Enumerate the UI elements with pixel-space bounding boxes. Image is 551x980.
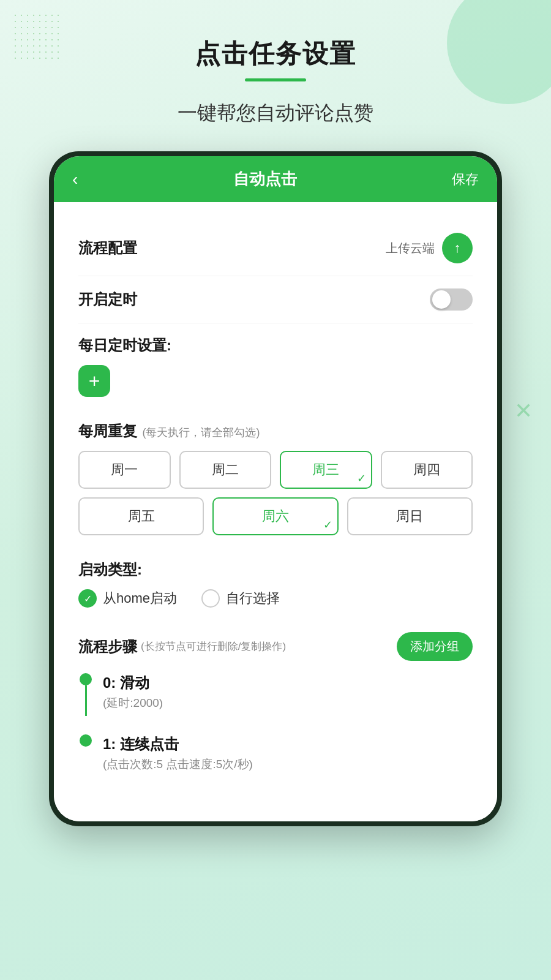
weekday-wed[interactable]: 周三 ✓: [280, 451, 372, 489]
step-1-desc: (点击次数:5 点击速度:5次/秒): [103, 756, 473, 772]
launch-type-options: 从home启动 自行选择: [78, 589, 473, 608]
timer-row: 开启定时: [78, 276, 473, 323]
header-title: 自动点击: [233, 168, 297, 190]
weekday-sat[interactable]: 周六 ✓: [212, 497, 338, 535]
upload-icon: ↑: [454, 240, 461, 256]
weekday-mon[interactable]: 周一: [78, 451, 171, 489]
step-1: 1: 连续点击 (点击次数:5 点击速度:5次/秒): [78, 734, 473, 772]
back-button[interactable]: ‹: [72, 170, 78, 189]
weekday-sun[interactable]: 周日: [347, 497, 473, 535]
daily-schedule-label: 每日定时设置:: [78, 336, 473, 355]
step-1-dot: [80, 734, 92, 747]
upload-button[interactable]: ↑: [442, 233, 473, 263]
app-content: 流程配置 上传云端 ↑ 开启定时 每日定时设置: +: [54, 202, 497, 821]
step-0-name: 0: 滑动: [103, 673, 473, 693]
phone-mockup: ‹ 自动点击 保存 流程配置 上传云端 ↑ 开启定时: [49, 151, 502, 826]
weekday-thu[interactable]: 周四: [381, 451, 473, 489]
launch-custom-label: 自行选择: [226, 589, 280, 608]
timer-toggle[interactable]: [430, 288, 473, 311]
launch-type-section: 启动类型: 从home启动 自行选择: [78, 548, 473, 620]
timer-label: 开启定时: [78, 290, 137, 309]
step-1-name: 1: 连续点击: [103, 734, 473, 754]
process-config-right: 上传云端 ↑: [386, 233, 473, 263]
process-config-label: 流程配置: [78, 238, 137, 258]
steps-label: 流程步骤: [78, 637, 137, 657]
weekly-header: 每周重复 (每天执行，请全部勾选): [78, 421, 473, 441]
daily-schedule-section: 每日定时设置: +: [78, 323, 473, 409]
weekly-sublabel: (每天执行，请全部勾选): [142, 426, 260, 439]
plus-icon: +: [89, 371, 100, 391]
process-config-row: 流程配置 上传云端 ↑: [78, 221, 473, 276]
weekdays-row1: 周一 周二 周三 ✓ 周四: [78, 451, 473, 489]
weekly-repeat-section: 每周重复 (每天执行，请全部勾选) 周一 周二 周三 ✓: [78, 409, 473, 548]
steps-sublabel: (长按节点可进行删除/复制操作): [141, 639, 286, 654]
decorative-x: ✕: [514, 398, 533, 424]
save-button[interactable]: 保存: [452, 170, 479, 189]
weekly-label: 每周重复: [78, 423, 137, 439]
step-1-content: 1: 连续点击 (点击次数:5 点击速度:5次/秒): [103, 734, 473, 772]
sat-check: ✓: [323, 518, 332, 532]
step-0-content: 0: 滑动 (延时:2000): [103, 673, 473, 716]
page-subtitle: 一键帮您自动评论点赞: [0, 100, 551, 127]
step-1-connector: [78, 734, 93, 772]
launch-home-radio[interactable]: [78, 589, 97, 608]
decorative-dots: [12, 12, 73, 74]
add-group-button[interactable]: 添加分组: [397, 632, 473, 661]
step-0-line: [85, 685, 87, 716]
app-header: ‹ 自动点击 保存: [54, 156, 497, 202]
title-underline: [245, 78, 306, 81]
launch-type-label: 启动类型:: [78, 560, 473, 579]
phone-inner: ‹ 自动点击 保存 流程配置 上传云端 ↑ 开启定时: [54, 156, 497, 821]
upload-text: 上传云端: [386, 240, 435, 257]
weekdays-row2: 周五 周六 ✓ 周日: [78, 497, 473, 535]
process-steps-section: 流程步骤 (长按节点可进行删除/复制操作) 添加分组 0: 滑动 (延时:200…: [78, 620, 473, 803]
step-0-desc: (延时:2000): [103, 695, 473, 711]
launch-custom-radio[interactable]: [201, 589, 220, 608]
wed-check: ✓: [357, 472, 366, 485]
decorative-circle: [447, 0, 551, 104]
step-0-connector: [78, 673, 93, 716]
weekday-fri[interactable]: 周五: [78, 497, 204, 535]
launch-custom-option[interactable]: 自行选择: [201, 589, 280, 608]
weekday-tue[interactable]: 周二: [179, 451, 272, 489]
steps-header: 流程步骤 (长按节点可进行删除/复制操作) 添加分组: [78, 632, 473, 661]
launch-home-option[interactable]: 从home启动: [78, 589, 177, 608]
step-0-dot: [80, 673, 92, 685]
step-0: 0: 滑动 (延时:2000): [78, 673, 473, 716]
add-schedule-button[interactable]: +: [78, 365, 110, 397]
steps-label-group: 流程步骤 (长按节点可进行删除/复制操作): [78, 637, 286, 657]
launch-home-label: 从home启动: [103, 589, 177, 608]
